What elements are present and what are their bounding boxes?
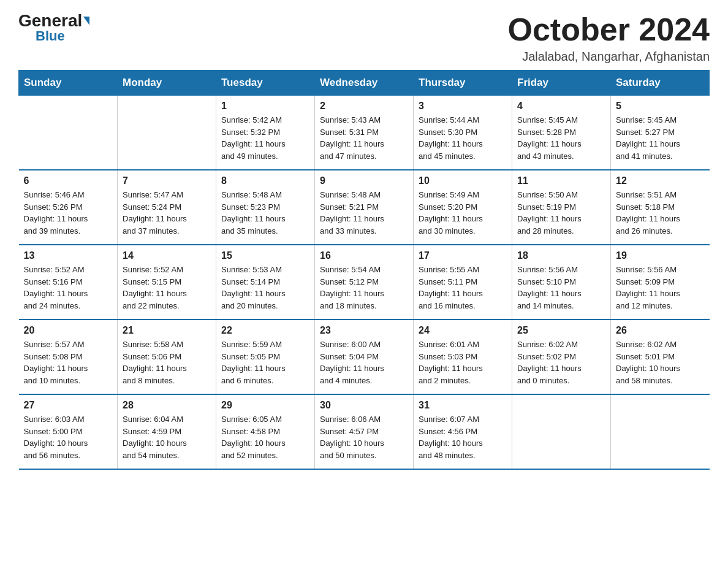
day-number: 9 xyxy=(320,175,408,186)
day-info: Sunrise: 5:51 AM Sunset: 5:18 PM Dayligh… xyxy=(616,189,705,237)
day-number: 21 xyxy=(123,325,211,336)
day-info: Sunrise: 6:07 AM Sunset: 4:56 PM Dayligh… xyxy=(419,413,507,461)
calendar-cell xyxy=(118,96,216,170)
day-number: 22 xyxy=(221,325,309,336)
calendar-cell: 27Sunrise: 6:03 AM Sunset: 5:00 PM Dayli… xyxy=(19,394,118,469)
day-info: Sunrise: 5:48 AM Sunset: 5:21 PM Dayligh… xyxy=(320,189,408,237)
calendar-cell: 14Sunrise: 5:52 AM Sunset: 5:15 PM Dayli… xyxy=(118,245,216,320)
day-info: Sunrise: 5:49 AM Sunset: 5:20 PM Dayligh… xyxy=(419,189,507,237)
day-number: 15 xyxy=(221,250,309,261)
day-number: 8 xyxy=(221,175,309,186)
calendar-cell: 24Sunrise: 6:01 AM Sunset: 5:03 PM Dayli… xyxy=(414,320,512,394)
day-header-sunday: Sunday xyxy=(19,71,118,96)
calendar-cell xyxy=(611,394,710,469)
day-number: 27 xyxy=(24,400,113,411)
week-row-4: 20Sunrise: 5:57 AM Sunset: 5:08 PM Dayli… xyxy=(19,320,710,394)
calendar-cell: 4Sunrise: 5:45 AM Sunset: 5:28 PM Daylig… xyxy=(512,96,611,170)
calendar-cell: 26Sunrise: 6:02 AM Sunset: 5:01 PM Dayli… xyxy=(611,320,710,394)
calendar-table: SundayMondayTuesdayWednesdayThursdayFrid… xyxy=(18,70,710,470)
day-number: 14 xyxy=(123,250,211,261)
day-number: 11 xyxy=(517,175,605,186)
day-number: 17 xyxy=(419,250,507,261)
calendar-cell: 21Sunrise: 5:58 AM Sunset: 5:06 PM Dayli… xyxy=(118,320,216,394)
day-info: Sunrise: 5:45 AM Sunset: 5:28 PM Dayligh… xyxy=(517,114,605,162)
calendar-cell: 19Sunrise: 5:56 AM Sunset: 5:09 PM Dayli… xyxy=(611,245,710,320)
calendar-cell: 15Sunrise: 5:53 AM Sunset: 5:14 PM Dayli… xyxy=(216,245,315,320)
day-number: 12 xyxy=(616,175,705,186)
day-info: Sunrise: 5:48 AM Sunset: 5:23 PM Dayligh… xyxy=(221,189,309,237)
calendar-cell: 3Sunrise: 5:44 AM Sunset: 5:30 PM Daylig… xyxy=(414,96,512,170)
day-number: 1 xyxy=(221,101,309,112)
calendar-cell: 17Sunrise: 5:55 AM Sunset: 5:11 PM Dayli… xyxy=(414,245,512,320)
logo-blue-text: Blue xyxy=(36,29,65,43)
calendar-cell: 8Sunrise: 5:48 AM Sunset: 5:23 PM Daylig… xyxy=(216,170,315,245)
calendar-cell: 9Sunrise: 5:48 AM Sunset: 5:21 PM Daylig… xyxy=(315,170,414,245)
day-info: Sunrise: 5:45 AM Sunset: 5:27 PM Dayligh… xyxy=(616,114,705,162)
day-info: Sunrise: 6:06 AM Sunset: 4:57 PM Dayligh… xyxy=(320,413,408,461)
calendar-cell: 30Sunrise: 6:06 AM Sunset: 4:57 PM Dayli… xyxy=(315,394,414,469)
calendar-cell: 12Sunrise: 5:51 AM Sunset: 5:18 PM Dayli… xyxy=(611,170,710,245)
title-area: October 2024 Jalalabad, Nangarhar, Afgha… xyxy=(508,12,710,64)
calendar-header: SundayMondayTuesdayWednesdayThursdayFrid… xyxy=(19,71,710,96)
calendar-cell: 31Sunrise: 6:07 AM Sunset: 4:56 PM Dayli… xyxy=(414,394,512,469)
day-header-thursday: Thursday xyxy=(414,71,512,96)
logo-triangle-icon xyxy=(83,17,89,25)
day-info: Sunrise: 5:54 AM Sunset: 5:12 PM Dayligh… xyxy=(320,264,408,312)
calendar-cell: 6Sunrise: 5:46 AM Sunset: 5:26 PM Daylig… xyxy=(19,170,118,245)
calendar-cell: 22Sunrise: 5:59 AM Sunset: 5:05 PM Dayli… xyxy=(216,320,315,394)
logo: General Blue xyxy=(18,12,89,43)
day-info: Sunrise: 5:59 AM Sunset: 5:05 PM Dayligh… xyxy=(221,339,309,386)
location: Jalalabad, Nangarhar, Afghanistan xyxy=(508,50,710,64)
day-info: Sunrise: 5:56 AM Sunset: 5:10 PM Dayligh… xyxy=(517,264,605,312)
day-info: Sunrise: 5:58 AM Sunset: 5:06 PM Dayligh… xyxy=(123,339,211,386)
day-number: 19 xyxy=(616,250,705,261)
day-info: Sunrise: 6:03 AM Sunset: 5:00 PM Dayligh… xyxy=(24,413,113,461)
day-info: Sunrise: 6:01 AM Sunset: 5:03 PM Dayligh… xyxy=(419,339,507,386)
day-header-row: SundayMondayTuesdayWednesdayThursdayFrid… xyxy=(19,71,710,96)
day-info: Sunrise: 5:46 AM Sunset: 5:26 PM Dayligh… xyxy=(24,189,113,237)
day-number: 23 xyxy=(320,325,408,336)
day-header-monday: Monday xyxy=(118,71,216,96)
calendar-cell: 10Sunrise: 5:49 AM Sunset: 5:20 PM Dayli… xyxy=(414,170,512,245)
week-row-2: 6Sunrise: 5:46 AM Sunset: 5:26 PM Daylig… xyxy=(19,170,710,245)
day-info: Sunrise: 5:53 AM Sunset: 5:14 PM Dayligh… xyxy=(221,264,309,312)
calendar-cell: 28Sunrise: 6:04 AM Sunset: 4:59 PM Dayli… xyxy=(118,394,216,469)
calendar-cell: 2Sunrise: 5:43 AM Sunset: 5:31 PM Daylig… xyxy=(315,96,414,170)
month-title: October 2024 xyxy=(508,12,710,47)
day-header-tuesday: Tuesday xyxy=(216,71,315,96)
day-info: Sunrise: 5:52 AM Sunset: 5:15 PM Dayligh… xyxy=(123,264,211,312)
day-number: 30 xyxy=(320,400,408,411)
day-info: Sunrise: 6:02 AM Sunset: 5:02 PM Dayligh… xyxy=(517,339,605,386)
day-header-friday: Friday xyxy=(512,71,611,96)
day-info: Sunrise: 5:55 AM Sunset: 5:11 PM Dayligh… xyxy=(419,264,507,312)
day-number: 6 xyxy=(24,175,113,186)
day-info: Sunrise: 5:56 AM Sunset: 5:09 PM Dayligh… xyxy=(616,264,705,312)
day-info: Sunrise: 5:43 AM Sunset: 5:31 PM Dayligh… xyxy=(320,114,408,162)
day-info: Sunrise: 5:52 AM Sunset: 5:16 PM Dayligh… xyxy=(24,264,113,312)
day-header-wednesday: Wednesday xyxy=(315,71,414,96)
day-number: 16 xyxy=(320,250,408,261)
week-row-5: 27Sunrise: 6:03 AM Sunset: 5:00 PM Dayli… xyxy=(19,394,710,469)
calendar-cell: 5Sunrise: 5:45 AM Sunset: 5:27 PM Daylig… xyxy=(611,96,710,170)
calendar-cell: 16Sunrise: 5:54 AM Sunset: 5:12 PM Dayli… xyxy=(315,245,414,320)
day-info: Sunrise: 6:05 AM Sunset: 4:58 PM Dayligh… xyxy=(221,413,309,461)
calendar-cell: 29Sunrise: 6:05 AM Sunset: 4:58 PM Dayli… xyxy=(216,394,315,469)
calendar-cell: 7Sunrise: 5:47 AM Sunset: 5:24 PM Daylig… xyxy=(118,170,216,245)
week-row-3: 13Sunrise: 5:52 AM Sunset: 5:16 PM Dayli… xyxy=(19,245,710,320)
day-number: 25 xyxy=(517,325,605,336)
day-number: 24 xyxy=(419,325,507,336)
day-info: Sunrise: 5:47 AM Sunset: 5:24 PM Dayligh… xyxy=(123,189,211,237)
calendar-cell: 25Sunrise: 6:02 AM Sunset: 5:02 PM Dayli… xyxy=(512,320,611,394)
day-info: Sunrise: 6:04 AM Sunset: 4:59 PM Dayligh… xyxy=(123,413,211,461)
calendar-cell: 23Sunrise: 6:00 AM Sunset: 5:04 PM Dayli… xyxy=(315,320,414,394)
day-number: 26 xyxy=(616,325,705,336)
day-number: 13 xyxy=(24,250,113,261)
day-number: 31 xyxy=(419,400,507,411)
logo-general-text: General xyxy=(18,12,82,29)
calendar-cell xyxy=(512,394,611,469)
day-info: Sunrise: 5:44 AM Sunset: 5:30 PM Dayligh… xyxy=(419,114,507,162)
calendar-cell: 13Sunrise: 5:52 AM Sunset: 5:16 PM Dayli… xyxy=(19,245,118,320)
day-number: 7 xyxy=(123,175,211,186)
day-number: 29 xyxy=(221,400,309,411)
calendar-cell: 1Sunrise: 5:42 AM Sunset: 5:32 PM Daylig… xyxy=(216,96,315,170)
